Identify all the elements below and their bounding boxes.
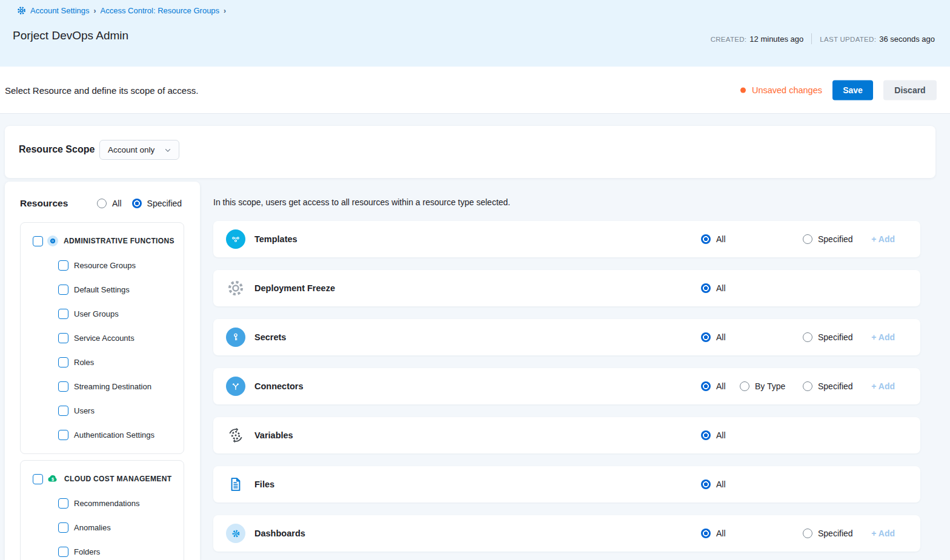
resource-row-files: FilesAll bbox=[213, 466, 920, 502]
dashboards-icon bbox=[226, 524, 245, 543]
radio-option-by-type[interactable]: By Type bbox=[740, 381, 785, 391]
checkbox-recommendations[interactable] bbox=[58, 498, 68, 509]
deployment-freeze-icon bbox=[226, 278, 245, 298]
last-updated-label: LAST UPDATED: bbox=[820, 36, 876, 43]
checkbox-cloud-cost-management[interactable] bbox=[33, 474, 43, 484]
radio-option-all[interactable]: All bbox=[701, 479, 726, 489]
resource-row-dashboards: DashboardsAllSpecified+ Add bbox=[213, 515, 920, 552]
add-button-secrets[interactable]: + Add bbox=[871, 332, 895, 342]
resource-item-label: Anomalies bbox=[74, 523, 111, 532]
checkbox-user-groups[interactable] bbox=[58, 309, 68, 319]
radio-option-specified[interactable]: Specified bbox=[803, 529, 853, 538]
resource-row-label: Templates bbox=[254, 234, 297, 244]
radio-all-selected[interactable] bbox=[701, 479, 711, 489]
group-header-administrative-functions: ADMINISTRATIVE FUNCTIONS bbox=[21, 229, 184, 253]
add-button-templates[interactable]: + Add bbox=[871, 234, 895, 244]
checkbox-users[interactable] bbox=[58, 406, 68, 416]
radio-label: Specified bbox=[818, 234, 853, 244]
group-header-cloud-cost-management: $CLOUD COST MANAGEMENT bbox=[21, 467, 184, 491]
resource-scope-dropdown[interactable]: Account only bbox=[99, 140, 179, 160]
checkbox-roles[interactable] bbox=[58, 357, 68, 367]
resource-scope-card: Resource Scope Account only bbox=[5, 126, 935, 178]
last-updated-value: 36 seconds ago bbox=[879, 35, 935, 44]
radio-specified[interactable] bbox=[803, 529, 812, 538]
resource-type-rows: TemplatesAllSpecified+ AddDeployment Fre… bbox=[213, 221, 920, 552]
resource-item-label: Recommendations bbox=[74, 499, 139, 508]
resource-scope-label: Resource Scope bbox=[19, 144, 95, 155]
checkbox-default-settings[interactable] bbox=[58, 285, 68, 295]
checkbox-anomalies[interactable] bbox=[58, 522, 68, 533]
radio-all-selected[interactable] bbox=[701, 430, 711, 440]
scope-intro-text: In this scope, users get access to all r… bbox=[213, 197, 510, 207]
breadcrumb-account-settings[interactable]: Account Settings bbox=[30, 6, 90, 15]
radio-label: By Type bbox=[755, 381, 785, 391]
radio-option-specified[interactable]: Specified bbox=[803, 332, 853, 342]
resource-row-templates: TemplatesAllSpecified+ Add bbox=[213, 221, 920, 257]
radio-all-selected[interactable] bbox=[701, 332, 711, 342]
resource-item-anomalies: Anomalies bbox=[21, 515, 184, 539]
group-card-cloud-cost-management: $CLOUD COST MANAGEMENTRecommendationsAno… bbox=[20, 460, 184, 560]
created-value: 12 minutes ago bbox=[749, 35, 803, 44]
page-header: Account Settings › Access Control: Resou… bbox=[0, 0, 950, 67]
resource-item-user-groups: User Groups bbox=[21, 301, 184, 326]
radio-all-selected[interactable] bbox=[701, 529, 711, 538]
variables-icon bbox=[226, 426, 245, 445]
radio-option-all[interactable]: All bbox=[701, 234, 726, 244]
radio-specified[interactable] bbox=[803, 332, 812, 342]
save-button[interactable]: Save bbox=[832, 80, 873, 100]
radio-option-all[interactable]: All bbox=[701, 332, 726, 342]
radio-label: Specified bbox=[147, 199, 182, 208]
checkbox-streaming-destination[interactable] bbox=[58, 381, 68, 392]
radio-label: All bbox=[716, 529, 726, 538]
resource-item-users: Users bbox=[21, 398, 184, 423]
radio-option-specified[interactable]: Specified bbox=[803, 381, 853, 391]
breadcrumb-access-control[interactable]: Access Control: Resource Groups bbox=[101, 6, 220, 15]
resource-group-detail-page: Account Settings › Access Control: Resou… bbox=[0, 0, 950, 560]
checkbox-service-accounts[interactable] bbox=[58, 333, 68, 343]
radio-label: All bbox=[716, 479, 726, 489]
checkbox-administrative-functions[interactable] bbox=[33, 236, 43, 246]
radio-specified[interactable] bbox=[803, 234, 812, 244]
resource-item-label: Service Accounts bbox=[74, 334, 135, 343]
radio-all[interactable] bbox=[97, 199, 107, 208]
checkbox-resource-groups[interactable] bbox=[58, 260, 68, 271]
breadcrumb-separator: › bbox=[94, 7, 96, 15]
admin-functions-icon bbox=[47, 236, 58, 246]
files-icon bbox=[226, 475, 245, 494]
add-button-dashboards[interactable]: + Add bbox=[871, 529, 895, 538]
resource-item-label: Authentication Settings bbox=[74, 430, 154, 440]
radio-option-all[interactable]: All bbox=[701, 430, 726, 440]
breadcrumb: Account Settings › Access Control: Resou… bbox=[17, 6, 226, 15]
resource-item-label: Default Settings bbox=[74, 285, 130, 294]
checkbox-folders[interactable] bbox=[58, 547, 68, 557]
radio-option-specified[interactable]: Specified bbox=[132, 199, 182, 208]
radio-all-selected[interactable] bbox=[701, 234, 711, 244]
radio-all-selected[interactable] bbox=[701, 283, 711, 293]
resource-item-label: Users bbox=[74, 406, 95, 415]
action-toolbar: Select Resource and define its scope of … bbox=[0, 67, 950, 114]
toolbar-description: Select Resource and define its scope of … bbox=[5, 85, 198, 95]
radio-option-all[interactable]: All bbox=[701, 381, 726, 391]
resources-scope-options: AllSpecified bbox=[97, 199, 182, 208]
radio-option-specified[interactable]: Specified bbox=[803, 234, 853, 244]
radio-all-selected[interactable] bbox=[701, 381, 711, 391]
add-button-connectors[interactable]: + Add bbox=[871, 381, 895, 391]
resource-row-deployment-freeze: Deployment FreezeAll bbox=[213, 270, 920, 306]
cloud-cost-icon: $ bbox=[47, 473, 59, 485]
resource-row-label: Files bbox=[254, 479, 274, 489]
radio-label: All bbox=[716, 381, 726, 391]
group-card-administrative-functions: ADMINISTRATIVE FUNCTIONSResource GroupsD… bbox=[20, 222, 184, 454]
radio-option-all[interactable]: All bbox=[701, 283, 726, 293]
resource-row-label: Variables bbox=[254, 430, 293, 440]
chevron-down-icon bbox=[164, 146, 172, 154]
radio-specified[interactable] bbox=[803, 381, 812, 391]
discard-button[interactable]: Discard bbox=[883, 80, 937, 100]
radio-label: All bbox=[112, 199, 122, 208]
checkbox-authentication-settings[interactable] bbox=[58, 430, 68, 440]
resources-title: Resources bbox=[20, 198, 68, 209]
radio-option-all[interactable]: All bbox=[701, 529, 726, 538]
radio-specified-selected[interactable] bbox=[132, 199, 142, 208]
radio-option-all[interactable]: All bbox=[97, 199, 122, 208]
radio-by-type[interactable] bbox=[740, 381, 749, 391]
resource-item-roles: Roles bbox=[21, 350, 184, 374]
